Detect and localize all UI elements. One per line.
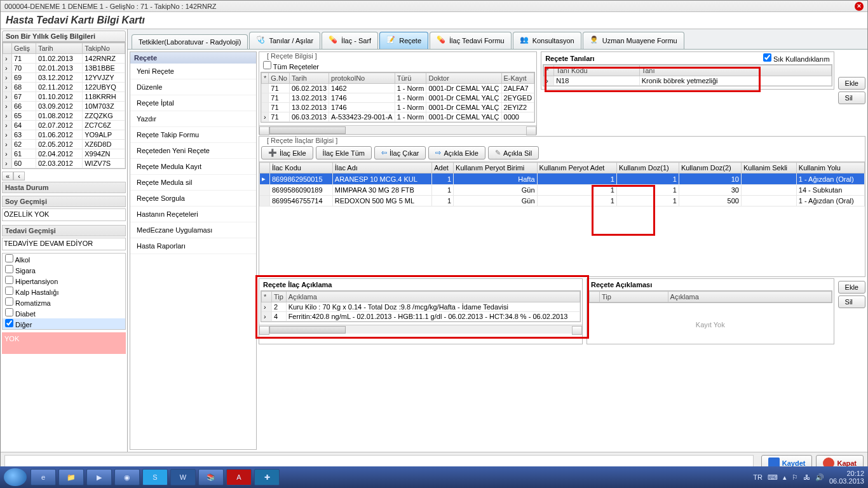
tab-icon: 📝 [386,36,397,46]
recete-aciklama-panel: Reçete Açıklaması TipAçıklama Kayıt Yok [587,278,834,344]
pink-note: YOK [2,332,126,354]
table-row[interactable]: ›6202.05.2012XZ6D8D [3,140,125,149]
acikla-sil-button[interactable]: ✎Açıkla Sil [488,146,539,159]
ilaclar-group: [ Reçete İlaçlar Bilgisi ] [264,137,340,144]
aciklama-sil-button[interactable]: Sil [838,295,865,308]
tray-network-icon[interactable]: 🖧 [803,473,810,481]
menu-item[interactable]: Reçete Medula Kayıt [130,159,256,175]
window-close-button[interactable]: × [855,2,864,11]
table-row[interactable]: 8699586090189MIMPARA 30 MG 28 FTB1Gün113… [260,185,865,196]
table-row[interactable]: ›6402.07.2012ZC7C6Z [3,121,125,130]
tab-strip[interactable]: Tetkikler(Laboratuvar - Radyoloji)🩺Tanıl… [128,29,867,50]
tray-lang[interactable]: TR [753,473,763,481]
menu-item[interactable]: Hastanın Reçeteleri [130,207,256,222]
tanilar-panel: Reçete Tanıları Sık Kullandıklarım *Tanı… [541,51,834,90]
risk-check-item[interactable]: Sigara [3,264,125,275]
menu-item[interactable]: MedEczane Uygulaması [130,222,256,238]
taskbar-skype-icon[interactable]: S [142,469,168,485]
system-tray[interactable]: TR ⌨ ▴ ⚐ 🖧 🔊 20:1206.03.2013 [753,470,864,485]
table-row[interactable]: ›7106.03.2013A-533423-29-001-A1 - Norm00… [262,112,534,122]
tray-keyboard-icon[interactable]: ⌨ [768,473,778,482]
tab-icon: 👨‍⚕️ [590,36,600,46]
menu-item[interactable]: Hasta Raporları [130,238,256,254]
menu-item[interactable]: Reçete İptal [130,95,256,111]
start-button[interactable] [4,468,27,486]
ilac-aciklama-panel: Reçete İlaç Açıklama *TipAçıklama›2Kuru … [259,278,583,344]
table-row[interactable]: ›2Kuru Kilo : 70 Kg x 0.14 - Total Doz :… [262,302,580,312]
taskbar[interactable]: e 📁 ▶ ◉ S W 📚 A ✚ TR ⌨ ▴ ⚐ 🖧 🔊 20:1206.0… [0,466,868,488]
table-row[interactable]: 8699546755714REDOXON 500 MG 5 ML1Gün1150… [260,196,865,207]
risk-check-list[interactable]: Alkol Sigara Hipertansiyon Kalp Hastalığ… [2,253,126,330]
ilac-aciklama-title: Reçete İlaç Açıklama [259,279,582,290]
taskbar-chrome-icon[interactable]: ◉ [114,469,140,485]
table-row[interactable]: ›6701.10.2012118KRRH [3,92,125,102]
tray-volume-icon[interactable]: 🔊 [815,473,824,482]
table-row[interactable]: ›6002.03.2012WIZV7S [3,159,125,168]
grid-first-button[interactable]: « [2,172,13,180]
ilac-aciklama-scroll-h[interactable] [259,325,582,334]
tab-2[interactable]: 💊İlaç - Sarf [322,32,378,49]
table-row[interactable]: ›7002.01.201313B1BBE [3,64,125,73]
tab-5[interactable]: 👥Konsultasyon [513,32,581,49]
risk-check-item[interactable]: Romatizma [3,297,125,308]
menu-item[interactable]: Düzenle [130,79,256,95]
table-row[interactable]: ›6903.12.201212YVJZY [3,73,125,83]
table-row[interactable]: ▸8699862950015ARANESP 10 MCG.4 KUL1Hafta… [260,173,865,185]
risk-check-item[interactable]: Hipertansiyon [3,275,125,286]
recete-scroll-h[interactable] [259,125,536,134]
menu-item[interactable]: Reçete Sorgula [130,191,256,207]
action-menu-title: Reçete [130,52,256,64]
table-row[interactable]: ›4Ferritin:420.8 ng/mL - 02.01.2013 - HG… [262,312,580,322]
tum-receteler-check[interactable]: Tüm Reçeteler [263,61,319,71]
taskbar-explorer-icon[interactable]: 📁 [58,469,84,485]
visits-grid[interactable]: GelişTarihTakipNo›7101.02.2013142RNRZ›70… [2,42,126,169]
taskbar-pdf-icon[interactable]: A [226,469,252,485]
tani-sil-button[interactable]: Sil [838,92,865,104]
table-row[interactable]: ›6501.08.2012ZZQZKG [3,111,125,121]
taskbar-ie-icon[interactable]: e [31,469,56,485]
tab-6[interactable]: 👨‍⚕️Uzman Muayene Formu [583,32,684,49]
tab-icon: 👥 [520,36,530,46]
tray-flag-icon[interactable]: ⚐ [792,473,798,482]
taskbar-app-icon[interactable]: ✚ [254,469,280,485]
menu-item[interactable]: Reçeteden Yeni Reçete [130,143,256,159]
tray-clock[interactable]: 20:1206.03.2013 [829,470,864,485]
menu-item[interactable]: Yazdır [130,111,256,127]
menu-item[interactable]: Reçete Medula sil [130,175,256,191]
table-row[interactable]: ›6102.04.2012X994ZN [3,149,125,159]
taskbar-winrar-icon[interactable]: 📚 [198,469,224,485]
tani-ekle-button[interactable]: Ekle [838,77,865,90]
tray-up-icon[interactable]: ▴ [783,473,787,482]
menu-item[interactable]: Yeni Reçete [130,64,256,79]
ilac-ekle-tum-button[interactable]: İlaç Ekle Tüm [316,146,372,159]
taskbar-word-icon[interactable]: W [170,469,196,485]
tab-3[interactable]: 📝Reçete [379,32,428,49]
aciklama-ekle-button[interactable]: Ekle [838,281,865,294]
acikla-ekle-button[interactable]: ⇨Açıkla Ekle [428,146,485,159]
ilac-ekle-button[interactable]: ➕İlaç Ekle [261,146,313,159]
recete-aciklama-title: Reçete Açıklaması [587,279,834,290]
soy-gecmisi-header: Soy Geçmişi [2,196,126,207]
table-row[interactable]: ›6301.06.2012YO9ALP [3,130,125,140]
tab-4[interactable]: 💊İlaç Tedavi Formu [430,32,512,49]
table-row[interactable]: 7106.02.201314621 - Norm0001-Dr CEMAL YA… [262,84,534,93]
table-row[interactable]: ›7101.02.2013142RNRZ [3,54,125,64]
risk-check-item[interactable]: Alkol [3,254,125,264]
table-row[interactable]: 7113.02.201317461 - Norm0001-Dr CEMAL YA… [262,93,534,103]
table-row[interactable]: ›6802.11.2012122UBYQ [3,83,125,92]
table-row[interactable]: ›N18Kronik böbrek yetmezliği [544,76,831,86]
risk-check-item[interactable]: Diabet [3,308,125,318]
ilac-cikar-button[interactable]: ⇦İlaç Çıkar [374,146,426,159]
tab-icon: 💊 [329,36,339,46]
table-row[interactable]: 7113.02.201317461 - Norm0001-Dr CEMAL YA… [262,103,534,112]
table-row[interactable]: ›6603.09.201210M703Z [3,102,125,111]
risk-check-item[interactable]: Diğer [3,318,125,329]
tab-0[interactable]: Tetkikler(Laboratuvar - Radyoloji) [132,34,248,49]
sik-kullandiklarim-check[interactable]: Sık Kullandıklarım [763,53,830,63]
menu-item[interactable]: Reçete Takip Formu [130,127,256,143]
page-title: Hasta Tedavi Kartı Bilgi Kartı [1,12,867,29]
taskbar-media-icon[interactable]: ▶ [86,469,112,485]
grid-prev-button[interactable]: ‹ [13,172,25,180]
risk-check-item[interactable]: Kalp Hastalığı [3,286,125,297]
tab-1[interactable]: 🩺Tanılar / Aşılar [249,32,320,49]
